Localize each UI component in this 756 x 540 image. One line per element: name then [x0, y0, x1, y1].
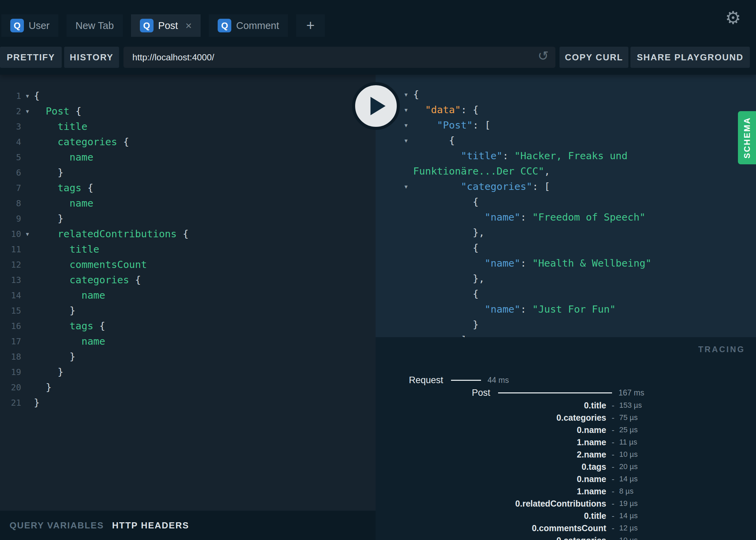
token-field: categories: [70, 274, 129, 286]
tab-user[interactable]: QUser: [1, 14, 58, 37]
token-punct: {: [129, 274, 141, 286]
code-text: Funktionäre...Der CCC",: [413, 164, 550, 179]
resolver-dash: -: [612, 401, 614, 410]
token-key2: "title": [461, 150, 503, 162]
fold-arrow-icon[interactable]: ▾: [376, 133, 413, 148]
token-punct: :: [520, 211, 532, 223]
token-punct: ]: [461, 334, 467, 337]
http-headers-tab[interactable]: HTTP HEADERS: [112, 520, 189, 531]
resolver-path: 1.name: [376, 437, 606, 447]
token-key2: "name": [485, 211, 521, 223]
token-punct: }: [70, 351, 75, 362]
resolver-time: 153 µs: [619, 401, 642, 410]
code-text: }: [413, 317, 479, 332]
fold-spacer: [21, 196, 34, 211]
code-text: title: [34, 242, 99, 257]
resolver-path: 0.commentsCount: [376, 523, 606, 533]
code-text: commentsCount: [34, 257, 147, 272]
fold-spacer: [376, 194, 413, 210]
resolver-path: 0.categories: [376, 413, 606, 423]
resolver-dash: -: [612, 499, 614, 508]
resolver-time: 10 µs: [619, 450, 638, 459]
resolver-path: 0.categories: [376, 536, 606, 540]
code-text: "Post": [: [413, 118, 491, 133]
query-badge-icon: Q: [140, 19, 154, 32]
history-button[interactable]: HISTORY: [64, 47, 119, 68]
code-text: Post {: [34, 104, 82, 119]
resolver-dash: -: [612, 536, 614, 540]
schema-tab[interactable]: SCHEMA: [738, 111, 756, 164]
trace-resolver-row: 0.title-153 µs: [376, 399, 756, 411]
fold-spacer: [376, 317, 413, 332]
token-key1: "data": [425, 104, 461, 116]
token-punct: {: [473, 196, 479, 208]
line-number: 14: [0, 288, 21, 303]
fold-arrow-icon[interactable]: ▾: [376, 179, 413, 194]
resolver-time: 14 µs: [619, 475, 638, 483]
tab-new-tab[interactable]: New Tab: [67, 14, 122, 37]
play-icon: [370, 97, 386, 115]
resolver-time: 25 µs: [619, 425, 638, 434]
query-line: 20}: [0, 380, 376, 395]
token-punct: : [: [532, 181, 550, 192]
resolver-dash: -: [612, 486, 614, 496]
line-number: 11: [0, 242, 21, 257]
right-pane: ▾{▾"data": {▾"Post": [▾{"title": "Hacker…: [376, 75, 756, 540]
token-punct: {: [449, 135, 455, 146]
fold-spacer: [376, 164, 413, 179]
tab-comment[interactable]: QComment: [209, 14, 288, 37]
code-text: }: [34, 303, 75, 318]
response-line: "name": "Just For Fun": [376, 302, 756, 317]
token-punct: }: [70, 305, 75, 316]
trace-resolver-row: 0.relatedContributions-19 µs: [376, 497, 756, 510]
close-tab-icon[interactable]: ×: [186, 20, 192, 31]
new-tab-button[interactable]: +: [296, 14, 325, 37]
query-badge-icon: Q: [218, 19, 231, 32]
query-variables-tab[interactable]: QUERY VARIABLES: [10, 520, 104, 531]
query-line: 9}: [0, 211, 376, 226]
code-text: }: [34, 364, 63, 380]
fold-spacer: [21, 334, 34, 349]
resolver-path: 2.name: [376, 450, 606, 460]
code-text: categories {: [34, 272, 141, 288]
code-text: name: [34, 196, 93, 211]
trace-resolver-row: 2.name-10 µs: [376, 448, 756, 461]
fold-spacer: [21, 395, 34, 410]
trace-resolver-row: 0.categories-10 µs: [376, 534, 756, 540]
code-text: ]: [413, 332, 467, 337]
query-line: 10▾relatedContributions {: [0, 226, 376, 242]
token-punct: {: [473, 288, 479, 300]
resolver-time: 8 µs: [619, 487, 634, 496]
line-number: 2: [0, 104, 21, 119]
prettify-button[interactable]: PRETTIFY: [0, 47, 62, 68]
token-punct: }: [473, 319, 479, 330]
code-text: name: [34, 288, 105, 303]
code-text: {: [413, 240, 479, 256]
query-editor[interactable]: 1▾{2▾Post {3title4categories {5name6}7ta…: [0, 75, 376, 511]
fold-arrow-icon[interactable]: ▾: [21, 88, 34, 104]
fold-arrow-icon[interactable]: ▾: [21, 226, 34, 242]
share-playground-button[interactable]: SHARE PLAYGROUND: [630, 47, 750, 68]
execute-button[interactable]: [352, 82, 400, 130]
copy-curl-button[interactable]: COPY CURL: [559, 47, 628, 68]
trace-list: Request44 msPost167 ms0.title-153 µs0.ca…: [376, 374, 756, 540]
query-line: 18}: [0, 349, 376, 364]
code-text: {: [34, 88, 40, 104]
endpoint-url-input[interactable]: [123, 47, 555, 68]
tab-post[interactable]: QPost×: [131, 14, 201, 37]
token-punct: {: [473, 242, 479, 254]
fold-arrow-icon[interactable]: ▾: [21, 104, 34, 119]
code-text: },: [413, 225, 485, 240]
response-line: {: [376, 286, 756, 302]
schema-tab-label: SCHEMA: [742, 117, 752, 159]
resolver-dash: -: [612, 523, 614, 533]
fold-spacer: [376, 286, 413, 302]
token-punct: }: [34, 397, 40, 408]
reload-schema-icon[interactable]: ↺: [538, 49, 549, 62]
query-line: 1▾{: [0, 88, 376, 104]
token-key2: "name": [485, 257, 521, 269]
fold-spacer: [21, 134, 34, 150]
settings-gear-icon[interactable]: ⚙: [725, 9, 741, 27]
resolver-time: 14 µs: [619, 511, 638, 520]
code-text: relatedContributions {: [34, 226, 189, 242]
